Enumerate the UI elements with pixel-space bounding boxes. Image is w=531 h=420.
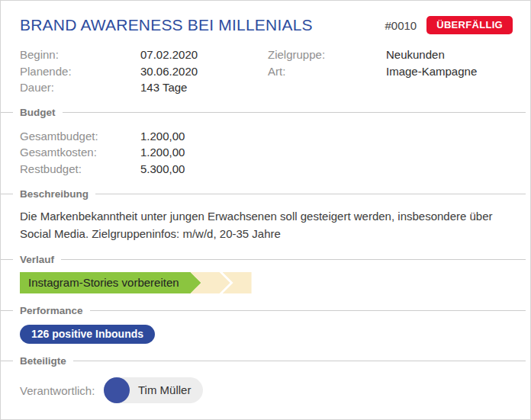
field-value: Image-Kampagne	[386, 63, 477, 80]
field-row-zielgruppe: Zielgruppe: Neukunden	[268, 46, 511, 63]
avatar	[104, 377, 130, 403]
field-label: Dauer:	[20, 79, 140, 96]
campaign-id: #0010	[385, 19, 417, 32]
overview-right-column: Zielgruppe: Neukunden Art: Image-Kampagn…	[268, 46, 511, 96]
divider-line	[63, 112, 526, 113]
card-header: BRAND AWARENESS BEI MILLENIALS #0010 ÜBE…	[20, 16, 513, 34]
divider-line	[1, 361, 13, 361]
budget-fields: Gesamtbudget: 1.200,00 Gesamtkosten: 1.2…	[20, 128, 511, 178]
person-chip[interactable]: Tim Müller	[104, 377, 203, 403]
section-header-beteiligte: Beteiligte	[1, 354, 530, 367]
field-label: Art:	[268, 63, 386, 80]
divider-line	[90, 310, 526, 311]
section-title: Performance	[20, 305, 83, 316]
responsible-person-row: Verantwortlich: Tim Müller	[20, 377, 511, 403]
page-title: BRAND AWARENESS BEI MILLENIALS	[20, 16, 313, 34]
status-badge: ÜBERFÄLLIG	[426, 16, 513, 34]
field-value: 143 Tage	[140, 79, 187, 96]
field-value: Neukunden	[386, 46, 445, 63]
person-name: Tim Müller	[138, 383, 191, 397]
performance-badge[interactable]: 126 positive Inbounds	[20, 325, 155, 344]
field-row-gesamtbudget: Gesamtbudget: 1.200,00	[20, 128, 511, 145]
campaign-detail-card: BRAND AWARENESS BEI MILLENIALS #0010 ÜBE…	[0, 0, 531, 420]
field-value: 30.06.2020	[140, 63, 198, 80]
field-row-beginn: Beginn: 07.02.2020	[20, 46, 268, 63]
header-right: #0010 ÜBERFÄLLIG	[385, 16, 513, 34]
field-row-planende: Planende: 30.06.2020	[20, 63, 268, 80]
divider-line	[73, 361, 526, 361]
section-title: Beschreibung	[20, 188, 88, 200]
process-step-label: Instagram-Stories vorbereiten	[28, 276, 179, 289]
field-label: Gesamtkosten:	[20, 144, 140, 161]
field-value: 1.200,00	[140, 144, 185, 161]
process-steps-bar: Instagram-Stories vorbereiten	[20, 272, 511, 293]
section-header-budget: Budget	[1, 106, 530, 120]
field-row-gesamtkosten: Gesamtkosten: 1.200,00	[20, 144, 511, 161]
field-label: Zielgruppe:	[268, 46, 386, 63]
section-header-performance: Performance	[1, 303, 530, 317]
field-row-art: Art: Image-Kampagne	[268, 63, 511, 80]
divider-line	[61, 259, 526, 260]
field-value: 07.02.2020	[140, 46, 198, 63]
field-value: 5.300,00	[140, 161, 185, 178]
section-header-beschreibung: Beschreibung	[1, 187, 530, 200]
field-label: Verantwortlich:	[20, 384, 104, 397]
field-label: Restbudget:	[20, 161, 140, 178]
field-row-dauer: Dauer: 143 Tage	[20, 79, 268, 96]
field-label: Planende:	[20, 63, 140, 80]
section-title: Budget	[20, 107, 56, 118]
field-label: Beginn:	[20, 46, 140, 63]
description-text: Die Markenbekanntheit unter jungen Erwac…	[20, 207, 511, 242]
field-value: 1.200,00	[140, 128, 185, 145]
overview-fields: Beginn: 07.02.2020 Planende: 30.06.2020 …	[20, 46, 511, 96]
process-step-current[interactable]: Instagram-Stories vorbereiten	[20, 272, 201, 293]
divider-line	[1, 310, 13, 311]
divider-line	[95, 194, 526, 194]
field-label: Gesamtbudget:	[20, 128, 140, 145]
divider-line	[1, 259, 13, 260]
section-title: Verlauf	[20, 254, 54, 265]
field-row-restbudget: Restbudget: 5.300,00	[20, 161, 511, 178]
section-title: Beteiligte	[20, 355, 66, 367]
overview-left-column: Beginn: 07.02.2020 Planende: 30.06.2020 …	[20, 46, 268, 96]
divider-line	[1, 112, 13, 113]
section-header-verlauf: Verlauf	[1, 252, 530, 266]
divider-line	[1, 194, 13, 194]
